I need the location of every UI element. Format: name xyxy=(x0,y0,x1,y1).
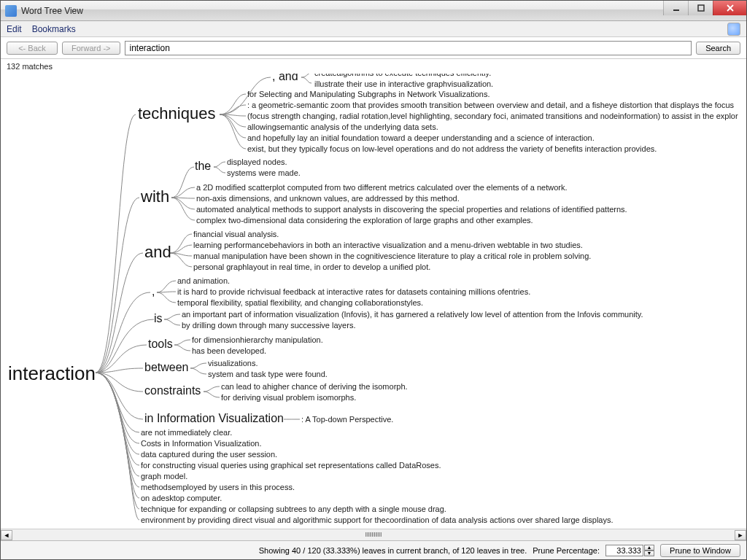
tree-leaf[interactable]: for dimensionhierarchy manipulation. xyxy=(192,335,323,344)
tree-leaf[interactable]: illustrate their use in interactive grap… xyxy=(314,79,493,88)
tree-node[interactable]: in Information Visualization xyxy=(144,412,284,425)
tree-leaf[interactable]: by drilling down through many successive… xyxy=(182,321,355,330)
scroll-left-icon[interactable]: ◄ xyxy=(1,530,12,540)
tree-root[interactable]: interaction xyxy=(8,362,96,385)
search-button[interactable]: Search xyxy=(696,42,740,55)
prune-percentage-input[interactable] xyxy=(605,545,643,556)
forward-button[interactable]: Forward -> xyxy=(62,42,120,55)
tree-leaf[interactable]: system and task type were found. xyxy=(208,370,328,378)
tree-leaf[interactable]: has been developed. xyxy=(192,346,266,355)
tree-leaf[interactable]: personal graphlayout in real time, in or… xyxy=(193,262,430,271)
tree-leaf[interactable]: data captured during the user session. xyxy=(141,450,277,459)
tree-leaf[interactable]: it is hard to provide richvisual feedbac… xyxy=(177,287,530,296)
tree-leaf[interactable]: for Selecting and Manipulating Subgraphs… xyxy=(247,90,489,98)
spinner-up-icon[interactable]: ▲ xyxy=(644,545,654,551)
scroll-grip[interactable] xyxy=(365,532,382,537)
tree-leaf[interactable]: financial visual analysis. xyxy=(193,230,279,238)
status-bar: Showing 40 / 120 (33.333%) leaves in cur… xyxy=(1,540,746,559)
refresh-icon[interactable] xyxy=(727,23,740,36)
tree-node[interactable]: between xyxy=(144,361,189,374)
window-titlebar: Word Tree View xyxy=(1,1,746,21)
minimize-button[interactable] xyxy=(663,1,688,15)
prune-label: Prune Percentage: xyxy=(533,546,600,555)
back-button[interactable]: <- Back xyxy=(7,42,58,55)
tree-node[interactable]: tools xyxy=(148,338,173,351)
tree-leaf[interactable]: for constructing visual queries using gr… xyxy=(141,461,441,470)
tree-node[interactable]: the xyxy=(195,160,211,173)
tree-leaf[interactable]: (focus strength changing, radial rotatio… xyxy=(247,112,738,120)
menu-edit[interactable]: Edit xyxy=(7,24,22,34)
tree-leaf[interactable]: for deriving visual problem isomorphs. xyxy=(221,393,356,402)
tree-node[interactable]: and xyxy=(144,243,171,262)
tree-leaf[interactable]: Costs in Information Visualization. xyxy=(141,439,262,448)
close-button[interactable] xyxy=(713,1,746,15)
svg-rect-1 xyxy=(698,5,704,11)
tree-node[interactable]: , xyxy=(152,285,155,298)
match-count: 132 matches xyxy=(1,59,746,74)
tree-leaf[interactable]: temporal flexibility, spatial flexibilit… xyxy=(177,298,423,307)
scroll-right-icon[interactable]: ► xyxy=(735,530,746,540)
tree-leaf[interactable]: technique for expanding or collapsing su… xyxy=(141,505,446,513)
menu-bar: Edit Bookmarks xyxy=(1,21,746,37)
tree-leaf[interactable]: manual manipulation have been shown in t… xyxy=(193,252,591,260)
tree-leaf[interactable]: an important part of information visuali… xyxy=(182,310,643,319)
tree-node[interactable]: techniques xyxy=(138,104,215,123)
tree-leaf[interactable]: displayed nodes. xyxy=(227,158,287,166)
tree-node[interactable]: with xyxy=(141,187,169,206)
app-icon xyxy=(5,5,17,17)
tree-node[interactable]: constraints xyxy=(144,384,201,397)
tree-leaf[interactable]: can lead to ahigher chance of deriving t… xyxy=(221,382,408,391)
tree-leaf[interactable]: exist, but they typically focus on low-l… xyxy=(247,144,657,153)
toolbar: <- Back Forward -> Search xyxy=(1,37,746,59)
tree-leaf[interactable]: graph model. xyxy=(141,472,187,481)
search-input[interactable] xyxy=(125,41,692,55)
tree-leaf[interactable]: : A Top-down Perspective. xyxy=(301,415,393,424)
tree-leaf[interactable]: complex two-dimensional data considering… xyxy=(196,216,533,225)
tree-leaf[interactable]: : a geometric-semantic zoom that provide… xyxy=(247,101,734,109)
status-text: Showing 40 / 120 (33.333%) leaves in cur… xyxy=(259,546,527,555)
menu-bookmarks[interactable]: Bookmarks xyxy=(32,24,76,34)
tree-node[interactable]: , and xyxy=(272,74,298,83)
tree-leaf[interactable]: and animation. xyxy=(177,276,230,285)
tree-leaf[interactable]: a 2D modified scatterplot computed from … xyxy=(196,183,567,192)
tree-leaf[interactable]: systems were made. xyxy=(227,168,301,177)
tree-leaf[interactable]: on adesktop computer. xyxy=(141,494,222,502)
tree-leaf[interactable]: and hopefully lay an initial foundation … xyxy=(247,133,595,142)
tree-leaf[interactable]: automated analytical methods to support … xyxy=(196,205,627,214)
spinner-down-icon[interactable]: ▼ xyxy=(644,551,654,556)
tree-leaf[interactable]: environment by providing direct visual a… xyxy=(141,516,614,524)
prune-to-window-button[interactable]: Prune to Window xyxy=(660,544,740,557)
word-tree-canvas[interactable]: interaction techniques , and createalgor… xyxy=(1,74,746,529)
tree-node[interactable]: is xyxy=(154,312,163,325)
maximize-button[interactable] xyxy=(688,1,713,15)
tree-leaf[interactable]: methodsemployed by users in this process… xyxy=(141,483,295,491)
horizontal-scrollbar[interactable]: ◄ ► xyxy=(1,529,746,540)
tree-leaf[interactable]: createalgorithms to execute techniques e… xyxy=(314,74,491,77)
tree-leaf[interactable]: allowingsemantic analysis of the underly… xyxy=(247,122,438,131)
window-title: Word Tree View xyxy=(21,6,83,16)
tree-leaf[interactable]: non-axis dimensions, and unknown values,… xyxy=(196,194,460,203)
tree-leaf[interactable]: visualizations. xyxy=(208,359,258,368)
tree-leaf[interactable]: are not immediately clear. xyxy=(141,428,232,437)
tree-leaf[interactable]: learning performancebehaviors in both an… xyxy=(193,241,583,249)
